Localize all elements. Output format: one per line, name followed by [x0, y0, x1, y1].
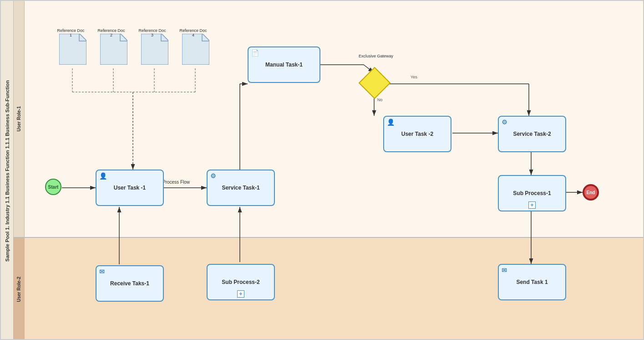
doc-2	[100, 34, 127, 65]
process-flow-label: Process Flow	[162, 180, 190, 185]
doc-3	[141, 34, 168, 65]
gateway-no-label: No	[377, 98, 383, 102]
service-task-2[interactable]: ⚙ Service Task-2	[498, 116, 566, 152]
user-task-1[interactable]: 👤 User Task -1	[96, 170, 164, 206]
send-icon: ✉	[502, 267, 507, 274]
send-task-1[interactable]: ✉ Send Task 1	[498, 264, 566, 300]
pool-label: Sample Pool 1. Industry 1.1 Business Fun…	[1, 1, 14, 340]
manual-icon: 📄	[251, 49, 259, 57]
user2-icon: 👤	[387, 118, 395, 126]
user-task-2[interactable]: 👤 User Task -2	[383, 116, 451, 152]
gateway-label: Exclusive Gateway	[358, 54, 394, 58]
lane-top-label: User Role-1	[14, 1, 25, 237]
sub-process-2[interactable]: Sub Process-2 +	[207, 264, 275, 300]
service2-icon: ⚙	[502, 118, 507, 126]
doc-1	[59, 34, 86, 65]
user-icon: 👤	[99, 172, 107, 180]
gateway-yes-label: Yes	[411, 75, 417, 79]
doc4-label: Reference Doc 4	[178, 28, 208, 37]
subprocess-plus: +	[528, 201, 536, 209]
doc2-label: Reference Doc 2	[96, 28, 126, 37]
svg-marker-24	[100, 34, 127, 65]
receive-icon: ✉	[99, 268, 105, 275]
subprocess2-plus: +	[237, 290, 244, 298]
svg-marker-25	[141, 34, 168, 65]
svg-marker-26	[182, 34, 209, 65]
service-icon: ⚙	[210, 172, 216, 180]
start-event: Start	[45, 179, 61, 195]
lane-bottom-label: User Role-2	[14, 238, 25, 340]
receive-task-1[interactable]: ✉ Receive Taks-1	[96, 265, 164, 302]
doc3-label: Reference Doc 3	[137, 28, 167, 37]
svg-marker-23	[59, 34, 86, 65]
bpmn-canvas: Sample Pool 1. Industry 1.1 Business Fun…	[0, 0, 644, 340]
doc1-label: Reference Doc 1	[56, 28, 86, 37]
sub-process-1[interactable]: Sub Process-1 +	[498, 175, 566, 211]
doc-4	[182, 34, 209, 65]
service-task-1[interactable]: ⚙ Service Task-1	[207, 170, 275, 206]
manual-task-1[interactable]: 📄 Manual Task-1	[248, 46, 320, 83]
end-event: End	[583, 184, 599, 201]
